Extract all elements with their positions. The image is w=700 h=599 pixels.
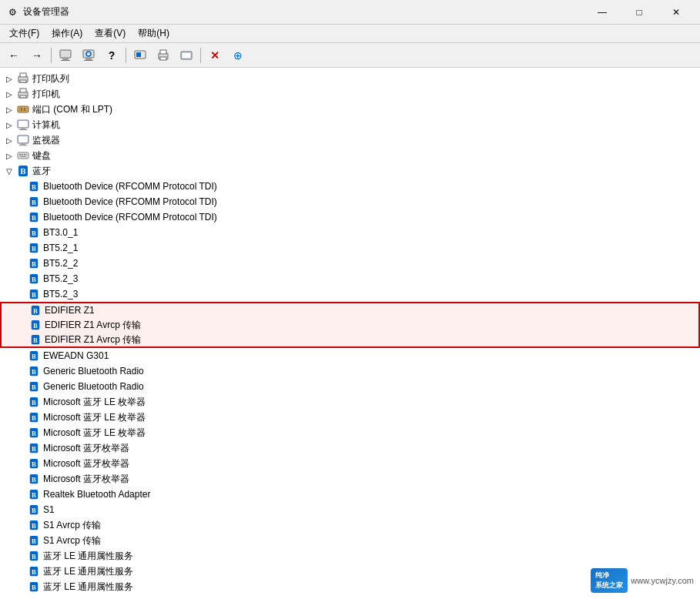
bluetooth-device-bt7[interactable]: B BT5.2_3 (0, 271, 700, 286)
print-queue-label: 打印队列 (32, 72, 69, 85)
menu-help[interactable]: 帮助(H) (132, 25, 176, 42)
svg-text:B: B (32, 537, 36, 545)
bt-device-icon: B (28, 365, 40, 377)
computer-label: 计算机 (32, 119, 60, 132)
bt-device-icon: B (28, 442, 40, 454)
menu-file[interactable]: 文件(F) (3, 25, 45, 42)
bluetooth-device-bt14[interactable]: B Generic Bluetooth Radio (0, 379, 700, 394)
bluetooth-device-bt11[interactable]: B EDIFIER Z1 Avrcp 传输 (0, 333, 700, 348)
bt-device-label: Generic Bluetooth Radio (43, 381, 144, 392)
bt-device-icon: B (28, 411, 40, 423)
bluetooth-expand-icon[interactable]: ▽ (3, 165, 15, 177)
category-keyboard[interactable]: ▷ 键盘 (0, 148, 700, 163)
expand-icon[interactable]: ▷ (3, 134, 15, 146)
port-icon (17, 103, 29, 115)
category-bluetooth[interactable]: ▽ B 蓝牙 (0, 163, 700, 179)
update-driver-button[interactable] (129, 45, 151, 65)
bluetooth-device-bt12[interactable]: B EWEADN G301 (0, 348, 700, 363)
minimize-button[interactable]: — (584, 0, 620, 25)
svg-text:B: B (32, 491, 36, 499)
bluetooth-device-bt8[interactable]: B BT5.2_3 (0, 286, 700, 302)
bt-device-label: BT5.2_1 (43, 243, 78, 253)
bluetooth-device-bt3[interactable]: B Bluetooth Device (RFCOMM Protocol TDI) (0, 209, 700, 225)
help-button[interactable]: ? (101, 45, 122, 65)
bluetooth-device-bt16[interactable]: B Microsoft 蓝牙 LE 枚举器 (0, 410, 700, 425)
bluetooth-device-bt18[interactable]: B Microsoft 蓝牙枚举器 (0, 440, 700, 456)
bluetooth-device-bt6[interactable]: B BT5.2_2 (0, 256, 700, 271)
menu-action[interactable]: 操作(A) (45, 25, 89, 42)
svg-text:B: B (33, 336, 38, 344)
bluetooth-device-bt1[interactable]: B Bluetooth Device (RFCOMM Protocol TDI) (0, 179, 700, 194)
bt-device-icon: B (29, 319, 42, 331)
bluetooth-device-bt10[interactable]: B EDIFIER Z1 Avrcp 传输 (0, 317, 700, 333)
bluetooth-device-bt19[interactable]: B Microsoft 蓝牙枚举器 (0, 456, 700, 471)
print-button[interactable] (152, 45, 174, 65)
bluetooth-devices-list: B Bluetooth Device (RFCOMM Protocol TDI)… (0, 179, 700, 594)
bt-device-icon: B (28, 457, 40, 470)
menu-view[interactable]: 查看(V) (89, 25, 132, 42)
bluetooth-device-bt25[interactable]: B 蓝牙 LE 通用属性服务 (0, 548, 700, 564)
scan-button[interactable] (78, 45, 99, 65)
svg-rect-33 (22, 154, 23, 156)
bluetooth-device-bt9[interactable]: B EDIFIER Z1 (0, 302, 700, 317)
svg-text:B: B (32, 476, 36, 484)
bluetooth-device-bt5[interactable]: B BT5.2_1 (0, 240, 700, 256)
bluetooth-device-bt22[interactable]: B S1 (0, 502, 700, 517)
bt-device-icon: B (28, 581, 40, 593)
bt-device-label: Bluetooth Device (RFCOMM Protocol TDI) (43, 181, 217, 192)
bluetooth-device-bt13[interactable]: B Generic Bluetooth Radio (0, 363, 700, 379)
bt-device-label: BT5.2_3 (43, 289, 78, 300)
svg-text:B: B (32, 353, 36, 360)
printer-icon (17, 88, 29, 100)
bluetooth-device-bt15[interactable]: B Microsoft 蓝牙 LE 枚举器 (0, 394, 700, 410)
forward-button[interactable]: → (26, 45, 48, 65)
maximize-button[interactable]: □ (621, 0, 657, 25)
category-port[interactable]: ▷ 端口 (COM 和 LPT) (0, 102, 700, 117)
bt-device-label: Microsoft 蓝牙 LE 枚举器 (43, 427, 146, 440)
bluetooth-device-bt21[interactable]: B Realtek Bluetooth Adapter (0, 487, 700, 502)
bt-device-label: BT5.2_3 (43, 273, 78, 284)
watermark: 纯净系统之家 www.ycwjzy.com (591, 568, 694, 593)
expand-icon[interactable]: ▷ (3, 149, 15, 162)
bt-device-icon: B (28, 350, 40, 362)
window-title: 设备管理器 (23, 5, 584, 18)
port-label: 端口 (COM 和 LPT) (32, 103, 112, 116)
svg-text:B: B (32, 368, 36, 376)
title-bar: ⚙ 设备管理器 — □ ✕ (0, 0, 700, 25)
close-button[interactable]: ✕ (658, 0, 694, 25)
bt-device-label: Microsoft 蓝牙枚举器 (43, 442, 129, 455)
bt-device-icon: B (28, 288, 40, 300)
svg-text:B: B (32, 291, 36, 299)
category-monitor[interactable]: ▷ 监视器 (0, 132, 700, 148)
svg-text:B: B (32, 229, 36, 237)
keyboard-icon (17, 149, 29, 162)
bluetooth-device-bt20[interactable]: B Microsoft 蓝牙枚举器 (0, 471, 700, 487)
device-tree[interactable]: ▷ 打印队列 ▷ 打印机 ▷ 端口 (COM 和 LPT) ▷ 计 (0, 68, 700, 599)
back-button[interactable]: ← (3, 45, 25, 65)
disable-button[interactable]: ✕ (204, 45, 226, 65)
bluetooth-device-bt24[interactable]: B S1 Avrcp 传输 (0, 533, 700, 548)
expand-icon[interactable]: ▷ (3, 103, 15, 115)
expand-icon[interactable]: ▷ (3, 88, 15, 100)
bluetooth-device-bt4[interactable]: B BT3.0_1 (0, 225, 700, 240)
category-computer[interactable]: ▷ 计算机 (0, 117, 700, 132)
category-printer[interactable]: ▷ 打印机 (0, 86, 700, 102)
bluetooth-device-bt2[interactable]: B Bluetooth Device (RFCOMM Protocol TDI) (0, 194, 700, 209)
svg-rect-21 (21, 108, 22, 111)
svg-text:B: B (33, 307, 38, 315)
expand-icon[interactable]: ▷ (3, 72, 15, 85)
bt-device-label: 蓝牙 LE 通用属性服务 (43, 565, 133, 578)
scan-hardware-button[interactable]: ⊕ (227, 45, 249, 65)
bt-device-icon: B (28, 242, 40, 254)
svg-rect-34 (24, 154, 25, 156)
bluetooth-device-bt17[interactable]: B Microsoft 蓝牙 LE 枚举器 (0, 425, 700, 440)
svg-text:B: B (32, 276, 36, 283)
properties-button[interactable] (55, 45, 76, 65)
svg-rect-10 (160, 50, 166, 54)
bluetooth-device-bt23[interactable]: B S1 Avrcp 传输 (0, 517, 700, 533)
category-print-queue[interactable]: ▷ 打印队列 (0, 71, 700, 86)
bt-device-label: Microsoft 蓝牙 LE 枚举器 (43, 411, 146, 424)
device-manager-button[interactable] (176, 45, 197, 65)
svg-rect-28 (18, 136, 28, 142)
expand-icon[interactable]: ▷ (3, 119, 15, 131)
